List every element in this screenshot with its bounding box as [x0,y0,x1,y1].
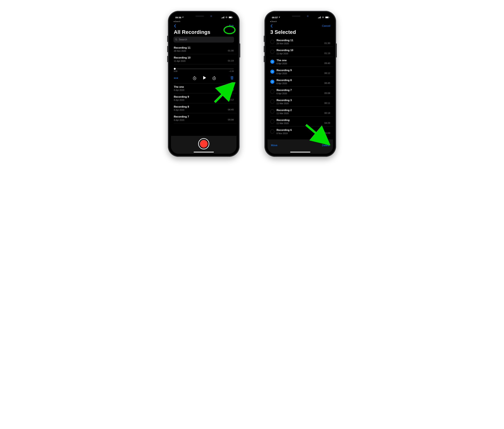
search-placeholder: Search [179,38,187,41]
battery-icon [325,16,329,19]
cellular-icon [221,16,224,19]
time-elapsed: 0:00 [174,70,177,72]
phone-right: 09:57 Search [264,11,336,157]
recording-row[interactable]: Recording 86 Apr 202006:45 [174,103,236,113]
recording-title: Recording 2 [277,108,322,112]
home-indicator[interactable] [290,152,310,152]
home-indicator[interactable] [194,152,214,152]
recording-title: The one [277,59,322,62]
recording-date: 11 Apr 2020 [174,60,226,62]
recording-duration: 05:08 [324,92,330,95]
more-button[interactable]: ••• [174,76,178,80]
select-circle[interactable] [270,129,274,134]
select-circle[interactable] [270,80,274,84]
skip-back-15-button[interactable]: 15 [192,76,197,80]
recording-row[interactable]: Recording 76 Apr 202005:08 [174,113,236,123]
recording-duration: 01:03 [324,132,330,135]
recording-title: Recording 8 [174,105,226,108]
select-circle[interactable] [270,70,274,74]
notch [286,14,315,18]
location-icon [278,16,280,18]
recording-row[interactable]: Recording 1126 Nov 202001:30 [270,37,333,47]
recording-list: Recording 1126 Nov 202001:30Recording 10… [171,44,236,123]
recording-date: 11 Mar 2020 [277,102,322,105]
back-button[interactable] [174,24,176,28]
recording-duration: 00:18 [324,112,330,115]
recording-title: Recording 6 [277,128,322,132]
svg-rect-16 [318,18,318,18]
recording-row[interactable]: Recording 96 Apr 202006:12 [270,67,333,77]
recording-duration: 09:40 [324,62,330,65]
search-field[interactable]: Search [174,37,234,43]
delete-button[interactable]: Delete [322,144,330,147]
recording-title: Recording 7 [174,115,226,118]
trash-button[interactable] [230,76,234,80]
recording-duration: 06:45 [228,108,234,111]
recording-title: Recording 7 [277,89,322,92]
scrubber[interactable] [174,67,234,70]
recording-row[interactable]: The one6 Apr 202009:40 [270,57,333,67]
recording-duration: 01:19 [324,52,330,55]
time-remaining: –1:19 [229,70,234,72]
wifi-icon [322,16,324,19]
recording-row[interactable]: Recording11 Mar 202004:29 [270,116,333,126]
recording-row[interactable]: Recording 311 Mar 202000:11 [270,97,333,107]
back-button[interactable] [270,24,272,28]
recording-date: 11 Mar 2020 [277,122,322,125]
recording-date: 26 Nov 2020 [277,42,322,45]
skip-forward-15-button[interactable]: 15 [212,76,216,80]
svg-rect-17 [319,17,319,18]
select-circle[interactable] [270,99,274,104]
select-circle[interactable] [270,50,274,54]
battery-icon [229,16,233,19]
recording-row[interactable]: Recording 1011 Apr 202001:19 [270,47,333,57]
select-circle[interactable] [270,89,274,94]
recording-row[interactable]: Recording 68 Nov 201901:03 [270,126,333,136]
recording-list-edit: Recording 1126 Nov 202001:30Recording 10… [268,37,333,136]
recording-title: Recording 10 [277,49,322,52]
select-circle[interactable] [270,120,274,124]
recording-row[interactable]: Recording 86 Apr 202006:45 [270,77,333,87]
phone-left: 09:56 Search [168,11,240,157]
status-time: 09:56 [175,16,181,19]
record-button[interactable] [198,138,209,149]
svg-rect-1 [222,17,223,18]
search-icon [175,38,177,41]
recording-row[interactable]: Recording 76 Apr 202005:08 [270,87,333,97]
wifi-icon [225,16,228,19]
svg-rect-19 [320,17,321,18]
recording-row[interactable]: Recording 96 Apr 202006:12 [174,93,236,103]
recording-title: The one [174,85,226,89]
recording-date: 11 Apr 2020 [277,52,322,55]
svg-text:15: 15 [194,78,195,79]
recording-row[interactable]: Recording 1011 Apr 202001:19 [174,54,236,64]
svg-rect-2 [223,17,224,18]
recording-title: Recording 3 [277,98,322,102]
recording-date: 6 Apr 2020 [277,92,322,95]
select-circle[interactable] [270,60,274,64]
recording-duration: 06:12 [228,98,234,101]
recording-duration: 01:30 [324,42,330,45]
recording-date: 11 Mar 2020 [277,112,322,115]
recording-duration: 01:19 [228,59,234,62]
play-button[interactable] [202,75,207,81]
recording-date: 6 Apr 2020 [174,109,226,111]
recording-date: 6 Apr 2020 [174,89,226,91]
cancel-button[interactable]: Cancel [322,24,330,27]
move-button[interactable]: Move [271,144,278,147]
recording-row[interactable]: Recording 211 Mar 202000:18 [270,107,333,116]
record-bar [171,136,236,154]
recording-date: 6 Apr 2020 [174,119,226,121]
recording-title: Recording 9 [174,95,226,98]
recording-row[interactable]: Recording 1126 Nov 202001:30 [174,44,236,54]
svg-rect-21 [326,17,328,18]
recording-row[interactable]: The one6 Apr 202009:40 [174,83,236,93]
edit-button[interactable]: Edit [229,24,234,27]
svg-rect-3 [224,17,224,18]
recording-date: 6 Apr 2020 [277,72,322,75]
recording-duration: 06:12 [324,72,330,75]
status-time: 09:57 [272,16,278,19]
select-circle[interactable] [270,109,274,114]
svg-rect-6 [233,17,233,18]
select-circle[interactable] [270,40,274,44]
